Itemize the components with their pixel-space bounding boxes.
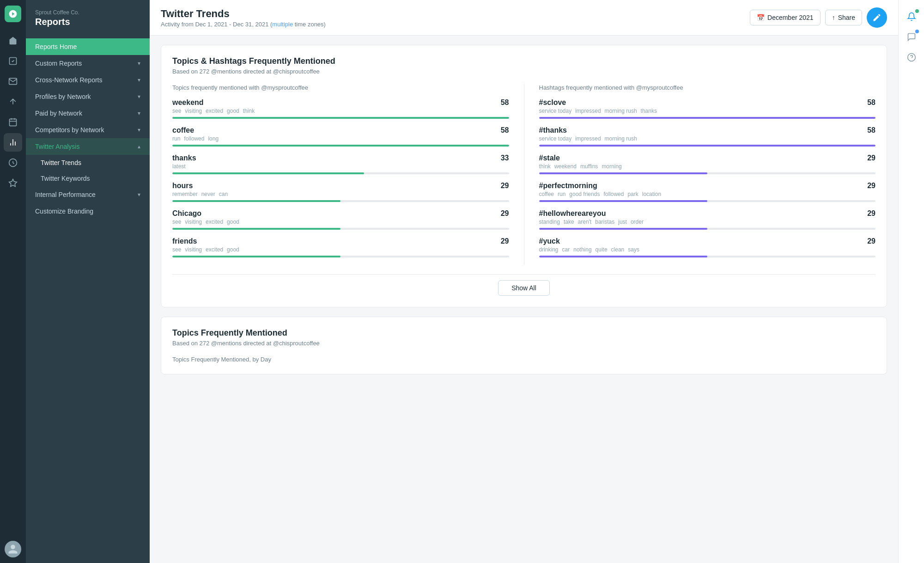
topic-tags: remembernevercan — [172, 191, 509, 197]
calendar-icon: 📅 — [757, 14, 765, 21]
topic-count: 29 — [867, 209, 875, 218]
progress-fill — [172, 256, 340, 257]
nav-listening-icon[interactable] — [4, 153, 22, 172]
topic-row: #sclove 58 service todayimpressedmorning… — [539, 98, 876, 119]
sidebar-item-paid-by-network[interactable]: Paid by Network ▾ — [26, 105, 150, 122]
user-avatar[interactable] — [5, 541, 21, 557]
sidebar-item-label: Cross-Network Reports — [35, 76, 102, 84]
svg-rect-2 — [10, 119, 17, 126]
show-all-button[interactable]: Show All — [498, 280, 550, 296]
timezone-link[interactable]: multiple — [272, 21, 293, 28]
card2-title: Topics Frequently Mentioned — [172, 328, 875, 338]
topic-name: #sclove — [539, 98, 566, 107]
progress-fill — [172, 117, 509, 119]
company-name: Sprout Coffee Co. — [35, 9, 140, 16]
topic-name: #stale — [539, 154, 560, 162]
sidebar-item-customize-branding[interactable]: Customize Branding — [26, 203, 150, 220]
topic-name: weekend — [172, 98, 204, 107]
sidebar-item-label: Paid by Network — [35, 110, 82, 117]
topic-row: #hellowhereareyou 29 standingtakearen'tb… — [539, 209, 876, 230]
nav-calendar-icon[interactable] — [4, 113, 22, 131]
help-icon[interactable] — [902, 48, 921, 67]
chevron-down-icon: ▾ — [138, 60, 140, 67]
nav-inbox-icon[interactable] — [4, 72, 22, 91]
sidebar-item-label: Competitors by Network — [35, 126, 104, 134]
topic-count: 58 — [867, 126, 875, 135]
topic-row: #thanks 58 service todayimpressedmorning… — [539, 126, 876, 147]
subtitle-text: Activity from Dec 1, 2021 - Dec 31, 2021… — [161, 21, 272, 28]
compose-button[interactable] — [867, 7, 887, 28]
notifications-icon[interactable] — [902, 7, 921, 26]
sidebar-item-twitter-analysis[interactable]: Twitter Analysis ▴ — [26, 138, 150, 155]
share-button[interactable]: ↑ Share — [825, 10, 862, 25]
sidebar-item-internal-performance[interactable]: Internal Performance ▾ — [26, 186, 150, 203]
progress-bar — [172, 117, 509, 119]
chevron-down-icon: ▾ — [138, 127, 140, 133]
page-header: Twitter Trends Activity from Dec 1, 2021… — [150, 0, 898, 36]
sidebar-item-reports-home[interactable]: Reports Home — [26, 38, 150, 55]
topic-name: #hellowhereareyou — [539, 209, 606, 218]
topic-name: Chicago — [172, 209, 201, 218]
left-nav-rail — [0, 0, 26, 563]
nav-publish-icon[interactable] — [4, 92, 22, 111]
topic-tags: standingtakearen'tbaristasjustorder — [539, 219, 876, 225]
sidebar-item-profiles-by-network[interactable]: Profiles by Network ▾ — [26, 88, 150, 105]
topic-tags: seevisitingexcitedgoodthink — [172, 108, 509, 114]
progress-bar — [172, 145, 509, 147]
progress-fill — [539, 228, 707, 230]
messages-icon[interactable] — [902, 28, 921, 46]
topic-name: #perfectmorning — [539, 182, 597, 190]
sidebar-sub-item-twitter-trends[interactable]: Twitter Trends — [26, 155, 150, 171]
progress-fill — [172, 200, 340, 202]
topic-row: thanks 33 latest — [172, 154, 509, 174]
share-label: Share — [838, 14, 855, 21]
topic-row: Chicago 29 seevisitingexcitedgood — [172, 209, 509, 230]
topic-count: 29 — [867, 154, 875, 162]
hashtags-column: Hashtags frequently mentioned with @mysp… — [539, 84, 876, 265]
two-col-grid: Topics frequently mentioned with @myspro… — [172, 84, 875, 265]
nav-tasks-icon[interactable] — [4, 52, 22, 70]
chevron-up-icon: ▴ — [138, 143, 140, 150]
topic-count: 29 — [867, 237, 875, 245]
progress-fill — [172, 172, 364, 174]
hashtags-list: #sclove 58 service todayimpressedmorning… — [539, 98, 876, 257]
sidebar: Sprout Coffee Co. Reports Reports Home C… — [26, 0, 150, 563]
topic-tags: service todayimpressedmorning rush — [539, 135, 876, 142]
app-logo[interactable] — [5, 6, 21, 22]
topics-hashtags-card: Topics & Hashtags Frequently Mentioned B… — [161, 45, 887, 307]
topic-count: 29 — [501, 209, 509, 218]
chevron-down-icon: ▾ — [138, 77, 140, 83]
subtitle-suffix: time zones) — [293, 21, 326, 28]
topic-count: 58 — [867, 98, 875, 107]
topic-tags: runfollowedlong — [172, 135, 509, 142]
right-icon-rail — [898, 0, 924, 563]
svg-marker-10 — [9, 179, 17, 187]
nav-home-icon[interactable] — [4, 31, 22, 50]
progress-fill — [539, 172, 707, 174]
card-title: Topics & Hashtags Frequently Mentioned — [172, 56, 875, 66]
progress-bar — [539, 145, 876, 147]
header-left: Twitter Trends Activity from Dec 1, 2021… — [161, 8, 326, 28]
sidebar-item-custom-reports[interactable]: Custom Reports ▾ — [26, 55, 150, 72]
topic-row: weekend 58 seevisitingexcitedgoodthink — [172, 98, 509, 119]
progress-fill — [539, 145, 876, 147]
progress-fill — [172, 145, 509, 147]
topics-list: weekend 58 seevisitingexcitedgoodthink c… — [172, 98, 509, 257]
progress-bar — [539, 256, 876, 257]
topic-row: hours 29 remembernevercan — [172, 182, 509, 202]
progress-bar — [172, 228, 509, 230]
show-all-section: Show All — [172, 274, 875, 296]
sidebar-item-competitors-by-network[interactable]: Competitors by Network ▾ — [26, 122, 150, 138]
sidebar-sub-item-label: Twitter Keywords — [41, 175, 90, 182]
page-title: Twitter Trends — [161, 8, 326, 20]
nav-star-icon[interactable] — [4, 174, 22, 192]
sidebar-item-label: Reports Home — [35, 43, 77, 50]
sidebar-item-label: Twitter Analysis — [35, 143, 79, 150]
topic-count: 33 — [501, 154, 509, 162]
date-picker-button[interactable]: 📅 December 2021 — [750, 10, 821, 25]
nav-reports-icon[interactable] — [4, 133, 22, 152]
sidebar-item-cross-network[interactable]: Cross-Network Reports ▾ — [26, 72, 150, 88]
sidebar-header: Sprout Coffee Co. Reports — [26, 0, 150, 35]
sidebar-sub-item-twitter-keywords[interactable]: Twitter Keywords — [26, 171, 150, 186]
progress-fill — [539, 117, 876, 119]
